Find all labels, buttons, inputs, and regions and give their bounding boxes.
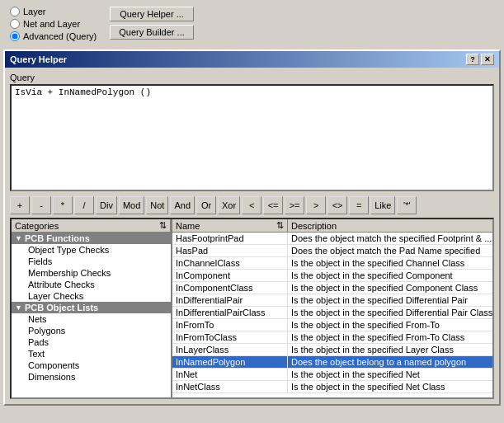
left-pane: Categories ⇅ ▼ PCB Functions Object Type… bbox=[12, 219, 172, 397]
right-pane-header: Name ⇅ Description bbox=[172, 219, 492, 233]
net-and-layer-radio-row[interactable]: Net and Layer bbox=[10, 19, 97, 29]
layer-radio-row[interactable]: Layer bbox=[10, 7, 97, 16]
nets-item[interactable]: Nets bbox=[12, 313, 171, 325]
membership-checks-item[interactable]: Membership Checks bbox=[12, 267, 171, 279]
divide-button[interactable]: / bbox=[74, 196, 94, 214]
or-button[interactable]: Or bbox=[196, 196, 216, 214]
table-row[interactable]: InComponentClassIs the object in the spe… bbox=[172, 282, 492, 294]
advanced-radio-row[interactable]: Advanced (Query) bbox=[10, 31, 97, 41]
text-item[interactable]: Text bbox=[12, 348, 171, 360]
xor-button[interactable]: Xor bbox=[218, 196, 240, 214]
layer-checks-label: Layer Checks bbox=[28, 291, 83, 301]
desc-cell: Does the object match the Pad Name speci… bbox=[288, 245, 492, 256]
expand-icon: ▼ bbox=[15, 234, 23, 242]
table-row[interactable]: InNetClassIs the object in the specified… bbox=[172, 381, 492, 393]
like-button[interactable]: Like bbox=[370, 196, 395, 214]
query-helper-top-button[interactable]: Query Helper ... bbox=[110, 7, 193, 21]
name-cell: InComponent bbox=[172, 270, 288, 281]
layer-checks-item[interactable]: Layer Checks bbox=[12, 290, 171, 302]
not-button[interactable]: Not bbox=[146, 196, 168, 214]
mod-button[interactable]: Mod bbox=[119, 196, 144, 214]
table-row[interactable]: InNetIs the object in the specified Net bbox=[172, 369, 492, 381]
name-cell: InNetClass bbox=[172, 381, 288, 392]
desc-cell: Does the object match the specified Foot… bbox=[288, 233, 492, 244]
layer-radio[interactable] bbox=[10, 7, 20, 16]
gte-button[interactable]: >= bbox=[285, 196, 304, 214]
expand-icon-2: ▼ bbox=[15, 303, 23, 312]
name-cell: InFromTo bbox=[172, 319, 288, 331]
table-row[interactable]: InFromToClassIs the object in the specif… bbox=[172, 331, 492, 344]
components-item[interactable]: Components bbox=[12, 360, 171, 371]
desc-cell: Is the object in the specified Component… bbox=[288, 282, 492, 294]
dialog-title: Query Helper bbox=[10, 54, 67, 64]
lt-button[interactable]: < bbox=[242, 196, 261, 214]
name-cell: InDifferentialPairClass bbox=[172, 307, 288, 318]
name-cell: InDifferentialPair bbox=[172, 294, 288, 306]
categories-header: Categories ⇅ bbox=[12, 219, 171, 232]
pcb-functions-label: PCB Functions bbox=[25, 233, 90, 243]
wildcard-button[interactable]: '*' bbox=[397, 196, 417, 214]
polygons-item[interactable]: Polygons bbox=[12, 325, 171, 336]
advanced-radio[interactable] bbox=[10, 31, 20, 41]
name-cell: InChannelClass bbox=[172, 257, 288, 269]
desc-cell: Is the object in the specified Layer Cla… bbox=[288, 344, 492, 355]
div-button[interactable]: Div bbox=[96, 196, 117, 214]
table-row[interactable]: HasPadDoes the object match the Pad Name… bbox=[172, 245, 492, 257]
text-label: Text bbox=[28, 349, 45, 359]
neq-button[interactable]: <> bbox=[327, 196, 347, 214]
desc-header: Description bbox=[288, 219, 492, 232]
table-row[interactable]: InNamedPolygonDoes the object belong to … bbox=[172, 356, 492, 369]
name-cell: InLayerClass bbox=[172, 344, 288, 355]
table-row[interactable]: InChannelClassIs the object in the speci… bbox=[172, 257, 492, 270]
advanced-label: Advanced (Query) bbox=[23, 31, 97, 41]
plus-button[interactable]: + bbox=[10, 196, 30, 214]
layer-label: Layer bbox=[23, 7, 46, 16]
dimensions-item[interactable]: Dimensions bbox=[12, 371, 171, 383]
categories-header-label: Categories bbox=[15, 221, 59, 231]
eq-button[interactable]: = bbox=[349, 196, 369, 214]
desc-cell: Is the object in the specified Net Class bbox=[288, 381, 492, 392]
polygons-label: Polygons bbox=[28, 326, 65, 336]
minus-button[interactable]: - bbox=[31, 196, 51, 214]
components-label: Components bbox=[28, 360, 79, 370]
help-button[interactable]: ? bbox=[466, 54, 479, 65]
desc-cell: Is the object in the specified Channel C… bbox=[288, 257, 492, 269]
top-buttons: Query Helper ... Query Builder ... bbox=[106, 3, 196, 45]
table-row[interactable]: InFromToIs the object in the specified F… bbox=[172, 319, 492, 331]
desc-cell: Does the object belong to a named polygo… bbox=[288, 356, 492, 368]
fields-item[interactable]: Fields bbox=[12, 256, 171, 267]
name-header-label: Name bbox=[176, 221, 200, 231]
query-textarea[interactable]: IsVia + InNamedPolygon () bbox=[10, 84, 494, 191]
table-row[interactable]: HasFootprintPadDoes the object match the… bbox=[172, 233, 492, 245]
close-button[interactable]: ✕ bbox=[481, 54, 494, 65]
multiply-button[interactable]: * bbox=[53, 196, 73, 214]
fields-label: Fields bbox=[28, 256, 52, 266]
table-row[interactable]: InDifferentialPairClassIs the object in … bbox=[172, 307, 492, 319]
desc-header-label: Description bbox=[291, 221, 337, 231]
pads-item[interactable]: Pads bbox=[12, 336, 171, 348]
desc-cell: Is the object in the specified From-To bbox=[288, 319, 492, 331]
gt-button[interactable]: > bbox=[306, 196, 326, 214]
desc-cell: Is the object in the specified Net bbox=[288, 369, 492, 380]
radio-section: Layer Net and Layer Advanced (Query) bbox=[3, 3, 103, 45]
object-type-checks-label: Object Type Checks bbox=[28, 245, 109, 255]
net-and-layer-radio[interactable] bbox=[10, 19, 20, 29]
name-sort-icon: ⇅ bbox=[276, 220, 284, 231]
query-label: Query bbox=[10, 73, 494, 82]
pcb-object-lists-group[interactable]: ▼ PCB Object Lists bbox=[12, 302, 171, 313]
object-type-checks-item[interactable]: Object Type Checks bbox=[12, 244, 171, 256]
split-panel: Categories ⇅ ▼ PCB Functions Object Type… bbox=[10, 218, 494, 399]
table-row[interactable]: InLayerClassIs the object in the specifi… bbox=[172, 344, 492, 356]
and-button[interactable]: And bbox=[170, 196, 195, 214]
query-builder-top-button[interactable]: Query Builder ... bbox=[110, 25, 193, 40]
attribute-checks-item[interactable]: Attribute Checks bbox=[12, 279, 171, 290]
operator-row: + - * / Div Mod Not And Or Xor < <= >= >… bbox=[10, 196, 494, 214]
left-pane-header: Categories ⇅ bbox=[12, 219, 171, 233]
table-row[interactable]: InDifferentialPairIs the object in the s… bbox=[172, 294, 492, 307]
desc-cell: Is the object in the specified From-To C… bbox=[288, 331, 492, 343]
pads-label: Pads bbox=[28, 337, 49, 347]
pcb-functions-group[interactable]: ▼ PCB Functions bbox=[12, 233, 171, 244]
table-row[interactable]: InComponentIs the object in the specifie… bbox=[172, 270, 492, 282]
lte-button[interactable]: <= bbox=[263, 196, 283, 214]
name-header: Name ⇅ bbox=[172, 219, 288, 232]
